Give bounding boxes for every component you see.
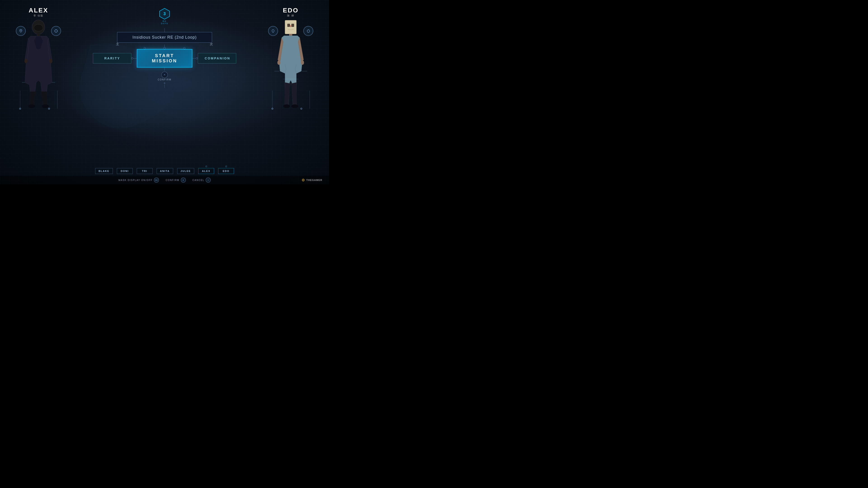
top-junction: [103, 47, 225, 49]
alex-select-dot: [206, 166, 207, 167]
left-connector: [131, 57, 137, 59]
rarity-button[interactable]: RARITY: [93, 53, 131, 64]
edo-vline-left: [272, 91, 273, 109]
alex-connector-right: [48, 108, 50, 109]
h-line-left-center: [146, 48, 164, 48]
alex-connectors: [19, 108, 50, 109]
h-line-right-center: [165, 48, 184, 48]
svg-point-23: [24, 59, 28, 63]
left-h-line: [133, 58, 137, 59]
doni-button[interactable]: DONI: [117, 168, 133, 174]
cancel-button-icon: ○: [208, 179, 209, 182]
character-edo: EDO 陳 輝: [259, 7, 322, 114]
alex-name: ALEX: [29, 7, 49, 14]
below-start-connector: [99, 68, 230, 71]
alex-select-button[interactable]: ALEX: [198, 168, 214, 174]
char-select-julee[interactable]: JULEE: [177, 168, 194, 174]
svg-rect-39: [291, 24, 294, 27]
confirm-control-button[interactable]: ×: [181, 177, 186, 183]
alex-subtitle: 李 佳龍: [33, 14, 43, 18]
days-days: DAYS: [161, 22, 168, 25]
bottom-dot-1: [164, 83, 165, 84]
thegamer-logo: ⚙ THEGAMER: [288, 178, 322, 182]
svg-point-45: [291, 104, 298, 108]
main-content: ALEX 李 佳龍: [0, 0, 329, 184]
label-main: 主: [116, 42, 119, 46]
days-number: 3: [163, 11, 166, 16]
days-badge: 3 RD DAYS: [159, 8, 170, 25]
svg-text:V: V: [290, 25, 292, 28]
top-section: ALEX 李 佳龍: [0, 0, 329, 164]
days-hex-container: 3: [159, 8, 170, 20]
bottom-bar: MASK DISPLAY ON/OFF R3 CONFIRM × CANCEL …: [0, 176, 329, 184]
char-select-edo[interactable]: EDO: [218, 166, 234, 174]
logo-text: THEGAMER: [306, 179, 322, 182]
buttons-row: RARITY START MISSION: [93, 49, 236, 68]
mission-title-box: Insidious Sucker RE (2nd Loop): [117, 32, 212, 43]
label-sub: 次: [210, 42, 213, 46]
svg-point-24: [49, 59, 53, 63]
svg-point-26: [42, 104, 49, 108]
below-confirm-connector: [164, 82, 165, 88]
days-connector: [164, 28, 165, 32]
edo-connector-right: [301, 108, 302, 109]
alex-vline-left: [20, 91, 20, 109]
central-ui: 3 RD DAYS Insidious Sucker RE (2nd Loop): [70, 4, 259, 88]
confirm-control-label: CONFIRM: [166, 179, 180, 182]
edo-figure: V: [268, 19, 313, 114]
bottom-junction: [103, 68, 225, 71]
julee-button[interactable]: JULEE: [177, 168, 194, 174]
bottom-controls: MASK DISPLAY ON/OFF R3 CONFIRM × CANCEL …: [41, 177, 288, 183]
alex-vline-right: [57, 91, 58, 109]
character-alex: ALEX 李 佳龍: [7, 7, 70, 114]
cancel-control-button[interactable]: ○: [206, 177, 211, 183]
svg-point-25: [28, 104, 35, 108]
char-select-anita[interactable]: ANITA: [157, 168, 173, 174]
edo-connectors: [272, 108, 302, 109]
edo-select-dot: [225, 166, 227, 167]
svg-point-21: [34, 24, 43, 31]
svg-rect-22: [37, 34, 40, 36]
right-connector-node: [196, 57, 198, 59]
char-select-alex[interactable]: ALEX: [198, 166, 214, 174]
svg-rect-41: [289, 34, 292, 36]
svg-point-44: [283, 104, 290, 108]
junction-right-node: [184, 47, 185, 49]
tri-button[interactable]: TRI: [137, 168, 153, 174]
confirm-button-icon: ×: [182, 179, 184, 182]
edo-subtitle: 陳 輝: [287, 14, 294, 18]
alex-body-svg: [22, 19, 55, 114]
edo-vline-right: [309, 91, 310, 109]
companion-button[interactable]: COMPANION: [198, 53, 236, 64]
logo-gear-icon: ⚙: [302, 178, 305, 182]
confirm-control[interactable]: CONFIRM ×: [166, 177, 186, 183]
junction-center-node: [164, 47, 165, 49]
anita-button[interactable]: ANITA: [157, 168, 173, 174]
confirm-circle[interactable]: ×: [161, 72, 168, 78]
mask-display-button[interactable]: R3: [154, 177, 159, 183]
svg-point-43: [301, 60, 304, 65]
char-select-tri[interactable]: TRI: [137, 168, 153, 174]
junction-left-node: [144, 47, 146, 49]
cancel-control[interactable]: CANCEL ○: [193, 177, 211, 183]
edo-select-button[interactable]: EDO: [218, 168, 234, 174]
alex-figure: [16, 19, 61, 114]
title-to-menu-connector: [164, 44, 165, 47]
blake-button[interactable]: BLAKE: [95, 168, 113, 174]
days-label: RD DAYS: [161, 20, 168, 25]
mask-display-control[interactable]: MASK DISPLAY ON/OFF R3: [119, 177, 159, 183]
cancel-control-label: CANCEL: [193, 179, 205, 182]
mask-display-label: MASK DISPLAY ON/OFF: [119, 179, 153, 182]
edo-name: EDO: [283, 7, 299, 14]
char-select-row: BLAKE DONI TRI ANITA JULEE ALEX EDO: [0, 164, 329, 176]
days-rd: RD: [161, 20, 168, 22]
char-select-blake[interactable]: BLAKE: [95, 168, 113, 174]
svg-point-14: [20, 30, 21, 31]
confirm-section: × CONFIRM: [158, 71, 172, 81]
menu-row-container: 主 次 RARITY: [99, 47, 230, 88]
svg-point-42: [277, 60, 281, 65]
start-mission-button[interactable]: START MISSION: [137, 49, 192, 68]
mask-button-icon: R3: [155, 179, 158, 181]
mission-title: Insidious Sucker RE (2nd Loop): [132, 35, 197, 39]
char-select-doni[interactable]: DONI: [117, 168, 133, 174]
